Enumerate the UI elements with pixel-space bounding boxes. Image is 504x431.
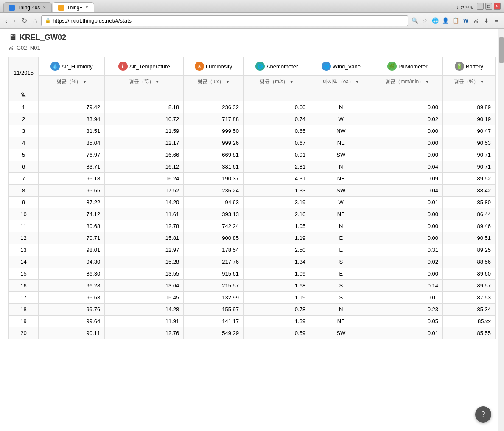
temperature-dropdown-arrow[interactable]: ▼: [155, 79, 160, 84]
browser-tab-1[interactable]: ThingPlus ✕: [3, 2, 52, 12]
table-row: 1999.6411.91141.171.39NE0.0585.xx: [9, 316, 496, 327]
table-row: 576.9716.66669.810.91SW0.0090.71: [9, 149, 496, 161]
table-cell: NE: [310, 208, 372, 220]
table-cell: 14.20: [105, 197, 184, 208]
table-cell: 87.22: [39, 197, 105, 208]
battery-label: Battery: [466, 63, 483, 70]
table-cell: 0.00: [372, 220, 443, 232]
reload-button[interactable]: ↻: [20, 16, 29, 25]
help-button[interactable]: ?: [475, 406, 491, 423]
luminosity-unit-header[interactable]: 평균（lux） ▼: [184, 76, 244, 88]
table-cell: 12.76: [105, 327, 184, 339]
humidity-unit-header[interactable]: 평균（%） ▼: [39, 76, 105, 88]
table-cell: 85.55: [443, 327, 496, 339]
toolbar-icon-3[interactable]: 👤: [441, 17, 450, 25]
col-header-pluviometer: 🌿 Pluviometer: [372, 57, 443, 76]
anemometer-icon: 🌐: [255, 62, 265, 71]
table-cell: N: [310, 161, 372, 173]
windvane-label: Wind_Vane: [333, 63, 361, 70]
table-cell: 11.59: [105, 125, 184, 137]
table-cell: 90.51: [443, 232, 496, 244]
toolbar-icon-1[interactable]: 🔍: [411, 17, 419, 25]
table-cell: 10: [9, 208, 39, 220]
table-cell: S: [310, 280, 372, 292]
col-header-windvane: 🌐 Wind_Vane: [310, 57, 372, 76]
close-button[interactable]: ✕: [494, 3, 501, 10]
luminosity-dropdown-arrow[interactable]: ▼: [225, 79, 230, 84]
table-cell: N: [310, 101, 372, 113]
scrollbar-thumb[interactable]: [499, 37, 504, 63]
browser-tab-2[interactable]: Thing+ ✕: [53, 2, 94, 12]
pluviometer-dropdown-arrow[interactable]: ▼: [425, 79, 429, 84]
maximize-button[interactable]: □: [485, 3, 492, 10]
table-cell: 393.13: [184, 208, 244, 220]
toolbar-icon-4[interactable]: 📋: [451, 17, 460, 25]
table-cell: 90.19: [443, 113, 496, 125]
table-cell: 16.12: [105, 161, 184, 173]
anemometer-empty: [244, 88, 310, 101]
table-cell: 178.54: [184, 244, 244, 256]
month-header: 11/2015: [9, 57, 39, 88]
table-cell: 0.01: [372, 197, 443, 208]
battery-unit-header[interactable]: 평균（%） ▼: [443, 76, 496, 88]
table-cell: 0.00: [372, 149, 443, 161]
forward-button[interactable]: ›: [11, 16, 17, 25]
table-cell: 11.61: [105, 208, 184, 220]
pluviometer-unit-filter[interactable]: 평균（mm/min） ▼: [385, 78, 429, 85]
battery-dropdown-arrow[interactable]: ▼: [480, 79, 484, 84]
windvane-dropdown-arrow[interactable]: ▼: [355, 79, 359, 84]
humidity-empty: [39, 88, 105, 101]
toolbar-icon-word[interactable]: W: [462, 17, 470, 25]
temperature-unit-header[interactable]: 평균（℃） ▼: [105, 76, 184, 88]
tab2-close-icon[interactable]: ✕: [85, 5, 89, 10]
temperature-unit-filter[interactable]: 평균（℃） ▼: [129, 78, 160, 85]
address-text: https://irxiot.thingplus.net/#/stats: [53, 17, 132, 24]
table-cell: N: [310, 304, 372, 316]
address-bar[interactable]: 🔒 https://irxiot.thingplus.net/#/stats: [41, 15, 408, 26]
table-row: 1180.6812.78742.241.05N0.0089.46: [9, 220, 496, 232]
table-cell: 14: [9, 256, 39, 268]
table-cell: 11: [9, 220, 39, 232]
table-cell: 1.19: [244, 292, 310, 304]
back-button[interactable]: ‹: [3, 16, 9, 25]
scrollbar[interactable]: [498, 29, 504, 431]
table-cell: 70.71: [39, 232, 105, 244]
table-cell: 13.55: [105, 268, 184, 280]
home-button[interactable]: ⌂: [31, 16, 39, 25]
pluviometer-unit-header[interactable]: 평균（mm/min） ▼: [372, 76, 443, 88]
table-cell: 17.52: [105, 185, 184, 197]
table-cell: 4: [9, 137, 39, 149]
toolbar-icon-2[interactable]: 🌐: [431, 17, 440, 25]
luminosity-icon: ☀: [195, 62, 204, 71]
table-cell: 19: [9, 316, 39, 327]
toolbar-icon-5[interactable]: 🖨: [472, 17, 480, 25]
windvane-unit-header[interactable]: 마지막（ea） ▼: [310, 76, 372, 88]
humidity-unit-filter[interactable]: 평균（%） ▼: [56, 78, 87, 85]
luminosity-unit-filter[interactable]: 평균（lux） ▼: [197, 78, 230, 85]
table-cell: S: [310, 292, 372, 304]
windvane-icon: 🌐: [322, 62, 331, 71]
table-cell: 90.11: [39, 327, 105, 339]
anemometer-unit-header[interactable]: 평균（m/s） ▼: [244, 76, 310, 88]
humidity-dropdown-arrow[interactable]: ▼: [82, 79, 87, 84]
table-cell: 12.17: [105, 137, 184, 149]
tab1-close-icon[interactable]: ✕: [42, 5, 46, 10]
minimize-button[interactable]: _: [477, 3, 484, 10]
windvane-unit-filter[interactable]: 마지막（ea） ▼: [323, 78, 359, 85]
window-controls: _ □ ✕: [477, 3, 501, 10]
table-cell: E: [310, 268, 372, 280]
toolbar-icon-menu[interactable]: ≡: [492, 17, 501, 25]
anemometer-unit-filter[interactable]: 평균（m/s） ▼: [260, 78, 294, 85]
battery-unit-filter[interactable]: 평균（%） ▼: [454, 78, 484, 85]
toolbar-icon-star[interactable]: ☆: [421, 17, 429, 25]
table-cell: 0.02: [372, 256, 443, 268]
anemometer-dropdown-arrow[interactable]: ▼: [289, 79, 294, 84]
toolbar-icon-6[interactable]: ⬇: [482, 17, 490, 25]
table-row: 987.2214.2094.633.19W0.0185.80: [9, 197, 496, 208]
table-cell: 87.53: [443, 292, 496, 304]
table-cell: 17: [9, 292, 39, 304]
table-cell: 98.01: [39, 244, 105, 256]
table-cell: 742.24: [184, 220, 244, 232]
table-row: 179.428.18236.320.60N0.0089.89: [9, 101, 496, 113]
table-row: 1796.6315.45132.991.19S0.0187.53: [9, 292, 496, 304]
